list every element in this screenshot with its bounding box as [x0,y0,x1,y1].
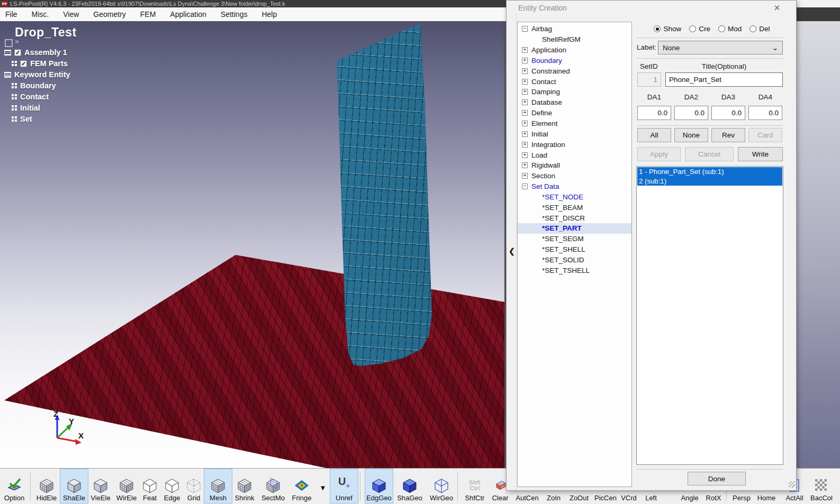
collapse-icon[interactable] [4,72,11,78]
menu-file[interactable]: File [5,10,17,19]
expand-icon[interactable] [12,105,17,111]
tree-item-set-part[interactable]: *SET_PART [518,223,631,234]
da2-field[interactable]: 0.0 [674,106,708,120]
tree-item-load[interactable]: +Load [518,150,631,160]
tree-item-shellrefgm[interactable]: ShellRefGM [518,34,631,45]
checkbox-checked-icon[interactable]: ✓ [14,49,21,56]
scene-item-fem-parts[interactable]: ✓ FEM Parts [12,59,68,68]
expander-plus-icon[interactable]: + [522,89,528,95]
toolbar-item-fringe[interactable]: Fringe [288,469,315,503]
menu-application[interactable]: Application [170,10,206,19]
done-button[interactable]: Done [688,472,746,485]
menu-geometry[interactable]: Geometry [93,10,125,19]
checkbox-checked-icon[interactable]: ✓ [20,60,27,67]
scene-item-boundary[interactable]: Boundary [12,81,56,90]
toolbar-item-mesh[interactable]: Mesh [204,469,232,503]
viewport-right-strip[interactable] [797,21,840,468]
label-combo[interactable]: None ⌄ [658,41,783,54]
tree-item-element[interactable]: +Element [518,118,631,129]
tree-item-set-data[interactable]: −Set Data [518,181,631,192]
da1-field[interactable]: 0.0 [637,106,671,120]
expander-plus-icon[interactable]: + [522,121,528,126]
toolbar-item-wirgeo[interactable]: WirGeo [428,469,455,503]
expander-plus-icon[interactable]: + [522,99,528,105]
toolbar-item-shaele[interactable]: ShaEle [60,469,88,503]
tree-item-airbag[interactable]: −Airbag [518,24,631,34]
write-button[interactable]: Write [738,147,783,161]
graphics-viewport[interactable]: Drop_Test » ✓ Assembly 1 ✓ FEM Parts Key… [0,21,504,468]
resize-grip[interactable] [789,481,795,488]
tree-item-set-solid[interactable]: *SET_SOLID [518,255,631,265]
none-button[interactable]: None [674,128,708,142]
expander-minus-icon[interactable]: − [522,26,528,32]
collapse-panel-icon[interactable]: ❮ [509,247,515,255]
all-button[interactable]: All [637,128,671,142]
setid-field[interactable]: 1 [637,72,661,87]
set-title-field[interactable]: Phone_Part_Set [665,72,783,87]
expander-plus-icon[interactable]: + [522,131,528,137]
expander-plus-icon[interactable]: + [522,47,528,53]
tree-item-boundary[interactable]: +Boundary [518,56,631,66]
toolbar-item-hidele[interactable]: HidEle [33,469,60,503]
toolbar-item-sectmo[interactable]: SectMo [259,469,287,503]
toolbar-item-grid[interactable]: Grid [182,469,206,503]
toolbar-item-fringe-dropdown[interactable]: ▼ [315,469,330,503]
collapse-icon[interactable] [4,50,11,56]
tree-item-database[interactable]: +Database [518,97,631,108]
list-item[interactable]: 1 - Phone_Part_Set (sub:1) [637,167,782,177]
da3-field[interactable]: 0.0 [711,106,745,120]
expand-icon[interactable] [12,61,17,66]
scene-item-initial[interactable]: Initial [12,103,40,113]
tree-item-rigidwall[interactable]: +Rigidwall [518,160,631,171]
menu-settings[interactable]: Settings [221,10,248,19]
expander-minus-icon[interactable]: − [522,184,528,189]
tree-item-set-discr[interactable]: *SET_DISCR [518,213,631,223]
tree-collapse-icon[interactable] [5,39,13,47]
tree-item-section[interactable]: +Section [518,171,631,181]
toolbar-item-edge[interactable]: Edge [160,469,184,503]
toolbar-item-shfctr[interactable]: ShftCtrlShfCtr [461,469,489,503]
tree-item-set-node[interactable]: *SET_NODE [518,192,631,203]
scene-item-contact[interactable]: Contact [12,92,49,102]
tree-item-integration[interactable]: +Integration [518,139,631,150]
expander-plus-icon[interactable]: + [522,152,528,158]
menu-view[interactable]: View [63,10,79,19]
scene-item-set[interactable]: Set [12,114,32,124]
menu-help[interactable]: Help [261,10,277,19]
tree-item-initial[interactable]: +Initial [518,129,631,139]
menu-fem[interactable]: FEM [140,10,156,19]
expander-plus-icon[interactable]: + [522,142,528,148]
cancel-button[interactable]: Cancel [685,147,734,161]
expand-icon[interactable] [12,116,17,122]
expand-icon[interactable] [12,83,17,88]
expand-icon[interactable] [12,94,17,99]
tree-item-constrained[interactable]: +Constrained [518,66,631,76]
scene-item-assembly[interactable]: ✓ Assembly 1 [4,48,67,57]
rev-button[interactable]: Rev [711,128,745,142]
radio-cre[interactable]: Cre [689,25,710,33]
chevrons-icon[interactable]: » [15,37,19,45]
toolbar-item-baccol[interactable]: BacCol [808,469,835,503]
radio-mod[interactable]: Mod [718,25,742,33]
toolbar-item-shrink[interactable]: Shrink [231,469,258,503]
scene-item-keyword-entity[interactable]: Keyword Entity [4,70,70,79]
tree-item-contact[interactable]: +Contact [518,76,631,87]
tree-item-damping[interactable]: +Damping [518,87,631,97]
radio-del[interactable]: Del [749,25,770,33]
menu-misc[interactable]: Misc. [32,10,49,19]
toolbar-item-shageo[interactable]: ShaGeo [396,469,423,503]
toolbar-item-feat[interactable]: Feat [138,469,162,503]
list-item[interactable]: 2 (sub:1) [637,177,782,186]
apply-button[interactable]: Apply [637,147,681,161]
expander-plus-icon[interactable]: + [522,58,528,63]
tree-item-set-segm[interactable]: *SET_SEGM [518,234,631,244]
toolbar-item-option[interactable]: Option [1,469,28,503]
tree-item-application[interactable]: +Application [518,45,631,56]
toolbar-item-wirele[interactable]: WirEle [113,469,140,503]
tree-item-set-tshell[interactable]: *SET_TSHELL [518,265,631,276]
radio-show[interactable]: Show [654,25,681,33]
expander-plus-icon[interactable]: + [522,173,528,179]
tree-item-define[interactable]: +Define [518,108,631,118]
toolbar-item-viele[interactable]: VieEle [87,469,114,503]
expander-plus-icon[interactable]: + [522,68,528,74]
